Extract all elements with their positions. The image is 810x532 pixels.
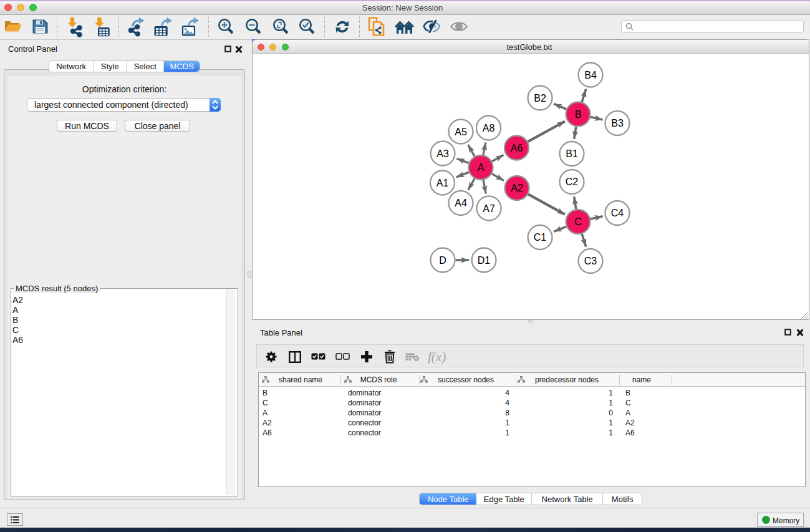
svg-text:C2: C2 (566, 177, 579, 187)
svg-text:B3: B3 (611, 118, 624, 128)
svg-text:B1: B1 (566, 148, 578, 159)
svg-text:C1: C1 (534, 232, 547, 243)
svg-text:A: A (478, 162, 485, 173)
svg-text:C: C (574, 216, 582, 227)
svg-text:B2: B2 (534, 93, 546, 104)
svg-text:B: B (575, 109, 582, 120)
svg-text:A8: A8 (483, 123, 495, 133)
svg-text:B4: B4 (584, 70, 597, 80)
svg-text:A4: A4 (455, 198, 467, 208)
svg-text:A1: A1 (436, 178, 449, 188)
svg-text:A2: A2 (511, 183, 523, 193)
svg-text:A7: A7 (483, 203, 495, 214)
svg-text:C3: C3 (584, 256, 597, 266)
svg-text:D: D (439, 255, 446, 266)
svg-text:C4: C4 (611, 208, 624, 218)
svg-text:A6: A6 (511, 143, 523, 153)
svg-text:A3: A3 (436, 148, 449, 159)
svg-text:A5: A5 (455, 127, 467, 137)
svg-text:D1: D1 (478, 255, 491, 266)
